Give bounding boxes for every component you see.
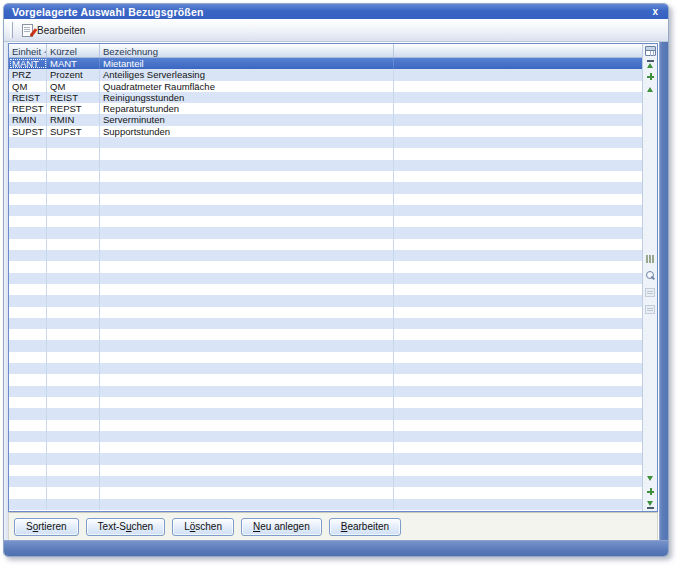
grid-body: MANTMANTMietanteilPRZProzentAnteiliges S… xyxy=(9,58,642,511)
scroll-to-top-button[interactable] xyxy=(644,57,657,70)
cell-bezeichnung xyxy=(100,499,394,510)
table-row-empty xyxy=(9,431,642,442)
cell-bezeichnung xyxy=(100,171,394,182)
table-row-empty xyxy=(9,250,642,261)
delete-button[interactable]: Löschen xyxy=(172,518,234,536)
cell-bezeichnung xyxy=(100,216,394,227)
cell-einheit xyxy=(9,261,47,272)
scroll-to-bottom-button[interactable] xyxy=(644,498,657,511)
search-button[interactable] xyxy=(644,269,657,282)
column-header-bezeichnung[interactable]: Bezeichnung xyxy=(100,44,394,57)
toolbar-grip-handle[interactable] xyxy=(10,22,13,38)
cell-filler xyxy=(394,92,642,103)
column-header-einheit[interactable]: Einheit xyxy=(9,44,47,57)
table-row-empty xyxy=(9,148,642,159)
table-row[interactable]: QMQMQuadratmeter Raumfläche xyxy=(9,81,642,92)
cell-filler xyxy=(394,487,642,498)
column-header-label: Kürzel xyxy=(50,46,77,57)
grid-main: EinheitKürzelBezeichnung MANTMANTMietant… xyxy=(9,44,642,511)
table-row-empty xyxy=(9,194,642,205)
table-row-empty xyxy=(9,363,642,374)
cell-bezeichnung xyxy=(100,261,394,272)
scroll-up-button[interactable] xyxy=(644,83,657,96)
cell-filler xyxy=(394,171,642,182)
column-header-label: Bezeichnung xyxy=(103,46,158,57)
table-row-empty xyxy=(9,205,642,216)
cell-filler xyxy=(394,352,642,363)
toolbar: Bearbeiten xyxy=(4,19,668,42)
table-row-empty xyxy=(9,273,642,284)
export-button[interactable] xyxy=(644,286,657,299)
cell-bezeichnung xyxy=(100,397,394,408)
cell-bezeichnung: Reparaturstunden xyxy=(100,103,394,114)
table-row[interactable]: RMINRMINServerminuten xyxy=(9,114,642,125)
cell-kuerzel: REIST xyxy=(47,92,100,103)
table-row-empty xyxy=(9,499,642,510)
create-new-button[interactable]: Neu anlegen xyxy=(241,518,322,536)
cell-filler xyxy=(394,499,642,510)
edit-button[interactable]: Bearbeiten xyxy=(329,518,401,536)
cell-einheit: MANT xyxy=(9,58,47,69)
cell-filler xyxy=(394,81,642,92)
cell-kuerzel xyxy=(47,216,100,227)
table-row[interactable]: PRZProzentAnteiliges Serverleasing xyxy=(9,69,642,80)
arrow-up-icon xyxy=(647,87,653,92)
cell-bezeichnung xyxy=(100,340,394,351)
cell-kuerzel xyxy=(47,352,100,363)
cell-kuerzel xyxy=(47,374,100,385)
cell-kuerzel xyxy=(47,386,100,397)
cell-bezeichnung xyxy=(100,160,394,171)
table-row-empty xyxy=(9,307,642,318)
cell-kuerzel xyxy=(47,273,100,284)
cell-filler xyxy=(394,340,642,351)
data-grid: EinheitKürzelBezeichnung MANTMANTMietant… xyxy=(8,43,658,512)
cell-kuerzel xyxy=(47,295,100,306)
scroll-up-page-button[interactable] xyxy=(644,70,657,83)
column-chooser-button[interactable] xyxy=(644,44,657,57)
toolbar-edit-button[interactable]: Bearbeiten xyxy=(17,21,92,40)
column-header-filler xyxy=(394,44,642,57)
cell-bezeichnung: Supportstunden xyxy=(100,126,394,137)
layout-button[interactable] xyxy=(644,303,657,316)
text-search-button[interactable]: Text-Suchen xyxy=(86,518,166,536)
cell-bezeichnung xyxy=(100,374,394,385)
cell-filler xyxy=(394,284,642,295)
scroll-down-page-button[interactable] xyxy=(644,485,657,498)
cell-filler xyxy=(394,374,642,385)
cell-einheit: QM xyxy=(9,81,47,92)
cell-filler xyxy=(394,431,642,442)
cell-einheit: REPST xyxy=(9,103,47,114)
cell-bezeichnung xyxy=(100,284,394,295)
grid-side-rail xyxy=(642,44,657,511)
close-button[interactable]: x xyxy=(650,7,660,17)
cell-einheit xyxy=(9,284,47,295)
cell-einheit: SUPST xyxy=(9,126,47,137)
plus-arrow-icon xyxy=(647,488,654,495)
table-row-empty xyxy=(9,284,642,295)
cell-einheit xyxy=(9,465,47,476)
cell-filler xyxy=(394,205,642,216)
cell-bezeichnung xyxy=(100,329,394,340)
cell-kuerzel xyxy=(47,442,100,453)
table-row-empty xyxy=(9,171,642,182)
table-row[interactable]: MANTMANTMietanteil xyxy=(9,58,642,69)
cell-kuerzel: Prozent xyxy=(47,69,100,80)
cell-bezeichnung xyxy=(100,227,394,238)
cell-einheit xyxy=(9,273,47,284)
table-row[interactable]: SUPSTSUPSTSupportstunden xyxy=(9,126,642,137)
table-row[interactable]: REPSTREPSTReparaturstunden xyxy=(9,103,642,114)
sort-button[interactable]: Sortieren xyxy=(14,518,79,536)
row-sizing-button[interactable] xyxy=(644,252,657,265)
cell-filler xyxy=(394,386,642,397)
scroll-down-button[interactable] xyxy=(644,472,657,485)
cell-kuerzel xyxy=(47,261,100,272)
column-header-kuerzel[interactable]: Kürzel xyxy=(47,44,100,57)
cell-einheit xyxy=(9,148,47,159)
cell-filler xyxy=(394,250,642,261)
cell-kuerzel xyxy=(47,453,100,464)
cell-filler xyxy=(394,307,642,318)
cell-einheit: PRZ xyxy=(9,69,47,80)
cell-einheit xyxy=(9,374,47,385)
table-row[interactable]: REISTREISTReinigungsstunden xyxy=(9,92,642,103)
table-row-empty xyxy=(9,487,642,498)
